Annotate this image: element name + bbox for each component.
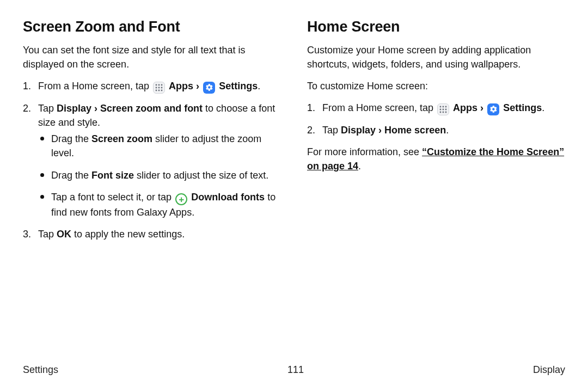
svg-point-1 — [158, 84, 160, 86]
text: . — [446, 125, 449, 136]
svg-point-6 — [156, 90, 157, 91]
text: Tap a font to select it, or tap — [51, 192, 174, 203]
svg-point-8 — [161, 90, 163, 91]
chevron-icon: › — [94, 103, 97, 114]
svg-point-17 — [445, 112, 447, 113]
text-bold: Screen zoom — [91, 133, 152, 144]
right-heading: Home Screen — [307, 19, 565, 35]
footer-left: Settings — [23, 364, 58, 376]
svg-point-14 — [445, 109, 447, 111]
bullet-item: Tap a font to select it, or tap + Downlo… — [38, 190, 281, 220]
text-bold: Home screen — [384, 125, 446, 136]
svg-point-10 — [443, 106, 444, 108]
svg-point-5 — [161, 87, 163, 89]
svg-point-7 — [158, 90, 160, 91]
svg-point-4 — [158, 87, 160, 89]
two-column-layout: Screen Zoom and Font You can set the fon… — [23, 19, 565, 249]
apps-label: Apps — [169, 81, 193, 91]
left-step-3: Tap OK to apply the new settings. — [23, 227, 281, 241]
right-step-1: From a Home screen, tap Apps › Settings. — [307, 101, 565, 115]
settings-label: Settings — [503, 102, 542, 113]
text: slider to adjust the size of text. — [134, 170, 268, 181]
text: For more information, see — [307, 146, 422, 157]
svg-point-13 — [443, 109, 444, 111]
text: Drag the — [51, 170, 91, 181]
text-bold: Font size — [91, 170, 134, 181]
chevron-icon: › — [480, 102, 483, 113]
footer-page-number: 111 — [287, 364, 304, 376]
text-bold: Display — [57, 103, 91, 114]
svg-point-2 — [161, 84, 163, 86]
svg-point-9 — [440, 106, 442, 108]
right-step-2: Tap Display › Home screen. — [307, 123, 565, 137]
text-bold: Download fonts — [191, 192, 265, 203]
text: Drag the — [51, 133, 91, 144]
chevron-icon: › — [378, 125, 382, 136]
apps-label: Apps — [453, 102, 477, 113]
text: . — [542, 102, 544, 113]
right-column: Home Screen Customize your Home screen b… — [307, 19, 565, 249]
left-step-1: From a Home screen, tap Apps › Settings. — [23, 79, 281, 94]
svg-point-3 — [156, 87, 157, 89]
left-heading: Screen Zoom and Font — [23, 19, 281, 35]
apps-icon — [437, 103, 449, 115]
text: Tap — [38, 103, 57, 114]
right-more-info: For more information, see “Customize the… — [307, 145, 565, 173]
text: Tap — [38, 229, 57, 240]
text: to apply the new settings. — [71, 229, 185, 240]
svg-point-15 — [440, 112, 442, 113]
left-intro: You can set the font size and style for … — [23, 43, 281, 71]
text: . — [358, 161, 361, 171]
right-lead: To customize Home screen: — [307, 79, 565, 93]
text-bold: OK — [57, 229, 71, 240]
right-intro: Customize your Home screen by adding app… — [307, 43, 565, 71]
text: From a Home screen, tap — [322, 102, 436, 113]
text-bold: Screen zoom and font — [100, 103, 203, 114]
left-column: Screen Zoom and Font You can set the fon… — [23, 19, 281, 249]
bullet-item: Drag the Screen zoom slider to adjust th… — [38, 132, 281, 160]
manual-page: Screen Zoom and Font You can set the fon… — [0, 0, 588, 392]
bullet-item: Drag the Font size slider to adjust the … — [38, 168, 281, 182]
plus-icon: + — [175, 193, 187, 205]
svg-point-12 — [440, 109, 442, 111]
svg-point-11 — [445, 106, 447, 108]
chevron-icon: › — [196, 81, 199, 91]
settings-icon — [203, 82, 215, 94]
apps-icon — [153, 82, 165, 94]
settings-label: Settings — [219, 81, 258, 91]
svg-point-0 — [156, 84, 157, 86]
settings-icon — [487, 103, 499, 115]
text: Tap — [322, 125, 341, 136]
left-sub-bullets: Drag the Screen zoom slider to adjust th… — [38, 132, 281, 219]
text: . — [258, 81, 260, 91]
text: From a Home screen, tap — [38, 81, 152, 91]
text-bold: Display — [341, 125, 376, 136]
right-steps: From a Home screen, tap Apps › Settings.… — [307, 101, 565, 137]
svg-point-16 — [443, 112, 444, 113]
page-footer: Settings 111 Display — [23, 361, 565, 381]
footer-right: Display — [533, 364, 565, 376]
left-step-2: Tap Display › Screen zoom and font to ch… — [23, 101, 281, 219]
left-steps: From a Home screen, tap Apps › Settings.… — [23, 79, 281, 241]
